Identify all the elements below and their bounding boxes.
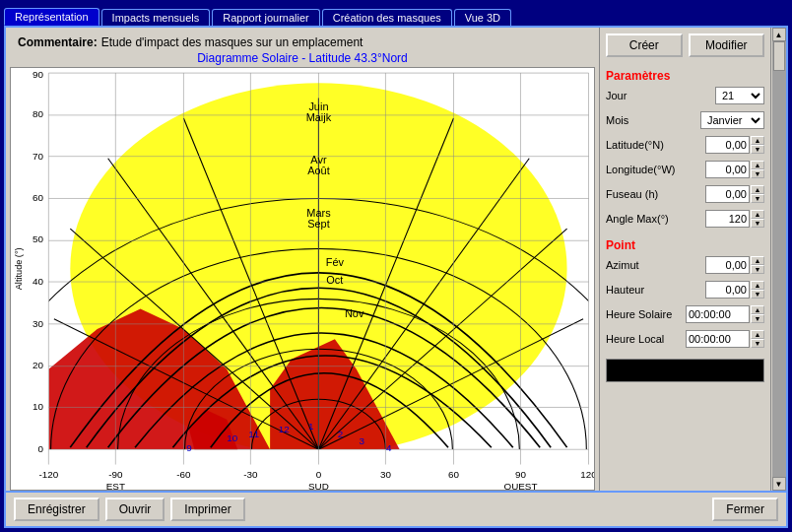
svg-text:2: 2 (338, 429, 343, 439)
svg-text:50: 50 (33, 234, 43, 245)
tab-vue-3d[interactable]: Vue 3D (454, 9, 511, 26)
diagram-area: Commentaire: Etude d'impact des masques … (6, 28, 599, 491)
svg-text:-60: -60 (176, 469, 190, 480)
longitude-up[interactable]: ▲ (751, 161, 764, 169)
latitude-input[interactable] (705, 136, 750, 154)
svg-text:OUEST: OUEST (503, 481, 537, 490)
tab-creation-masques[interactable]: Création des masques (322, 9, 452, 26)
scrollbar: ▲ ▼ (770, 28, 786, 491)
svg-text:0: 0 (37, 444, 42, 455)
hauteur-control: ▲ ▼ (705, 281, 764, 299)
latitude-up[interactable]: ▲ (751, 136, 764, 145)
azimut-down[interactable]: ▼ (751, 265, 764, 274)
svg-text:30: 30 (380, 469, 391, 480)
modifier-button[interactable]: Modifier (689, 33, 765, 57)
azimut-input[interactable] (705, 256, 750, 274)
azimut-label: Azimut (606, 259, 705, 271)
top-section: Commentaire: Etude d'impact des masques … (6, 28, 786, 491)
heure-local-down[interactable]: ▼ (751, 339, 764, 348)
latitude-arrows: ▲ ▼ (751, 136, 764, 154)
tab-rapport-journalier[interactable]: Rapport journalier (212, 9, 319, 26)
heure-solaire-up[interactable]: ▲ (751, 305, 764, 314)
longitude-label: Longitude(°W) (606, 164, 705, 175)
scroll-up-arrow[interactable]: ▲ (772, 28, 786, 41)
hauteur-arrows: ▲ ▼ (751, 281, 764, 299)
heure-local-label: Heure Local (606, 333, 686, 345)
angle-max-input[interactable] (705, 210, 750, 228)
latitude-row: Latitude(°N) ▲ ▼ (606, 136, 764, 154)
solar-diagram-svg: Juin Maijk Avr Août Mars Sept Fév Oct No… (11, 68, 594, 490)
svg-text:40: 40 (33, 276, 43, 287)
creer-button[interactable]: Créer (606, 33, 683, 57)
jour-select[interactable]: 21 (715, 87, 764, 104)
tab-representation[interactable]: Représentation (4, 8, 99, 26)
fuseau-up[interactable]: ▲ (751, 185, 764, 194)
svg-text:Mars: Mars (306, 207, 330, 219)
heure-solaire-label: Heure Solaire (606, 308, 686, 320)
angle-max-label: Angle Max(°) (606, 213, 705, 225)
svg-text:Altitude (°): Altitude (°) (13, 247, 24, 290)
svg-text:10: 10 (33, 402, 43, 413)
diagram-title: Diagramme Solaire - Latitude 43.3°Nord (10, 51, 595, 65)
azimut-arrows: ▲ ▼ (751, 256, 764, 274)
azimut-up[interactable]: ▲ (751, 256, 764, 265)
enregistrer-button[interactable]: Enrégistrer (14, 498, 99, 521)
fuseau-control: ▲ ▼ (705, 185, 764, 203)
heure-local-arrows: ▲ ▼ (751, 330, 764, 348)
longitude-control: ▲ ▼ (705, 161, 764, 178)
scroll-thumb[interactable] (773, 41, 785, 71)
svg-text:12: 12 (279, 424, 290, 434)
angle-max-down[interactable]: ▼ (751, 219, 764, 228)
hauteur-up[interactable]: ▲ (751, 281, 764, 290)
fuseau-down[interactable]: ▼ (751, 194, 764, 203)
heure-local-control: ▲ ▼ (686, 330, 764, 348)
comment-label: Commentaire: (18, 35, 98, 49)
heure-local-input[interactable] (686, 330, 750, 348)
fermer-button[interactable]: Fermer (712, 498, 778, 521)
svg-text:3: 3 (360, 435, 364, 446)
svg-text:1: 1 (308, 421, 313, 432)
svg-text:-90: -90 (108, 469, 122, 480)
tab-impacts-mensuels[interactable]: Impacts mensuels (101, 9, 211, 26)
heure-solaire-down[interactable]: ▼ (751, 314, 764, 323)
heure-solaire-row: Heure Solaire ▲ ▼ (606, 305, 764, 323)
svg-text:10: 10 (227, 432, 237, 443)
svg-text:90: 90 (515, 469, 526, 480)
fuseau-row: Fuseau (h) ▲ ▼ (606, 185, 764, 203)
main-content: Commentaire: Etude d'impact des masques … (4, 26, 788, 528)
svg-text:30: 30 (33, 318, 43, 329)
longitude-input[interactable] (705, 161, 750, 178)
fuseau-arrows: ▲ ▼ (751, 185, 764, 203)
latitude-label: Latitude(°N) (606, 139, 705, 151)
hauteur-label: Hauteur (606, 284, 705, 296)
angle-max-arrows: ▲ ▼ (751, 210, 764, 228)
azimut-row: Azimut ▲ ▼ (606, 256, 764, 274)
mois-select[interactable]: Janvier Février Mars Avril Mai Juin Juil… (700, 111, 764, 129)
svg-text:20: 20 (33, 360, 43, 370)
scroll-track[interactable] (772, 41, 786, 477)
scroll-down-arrow[interactable]: ▼ (772, 477, 786, 491)
svg-text:4: 4 (386, 443, 392, 454)
bottom-toolbar: Enrégistrer Ouvrir Imprimer Fermer (6, 491, 786, 526)
fuseau-input[interactable] (705, 185, 750, 203)
hauteur-input[interactable] (705, 281, 750, 299)
heure-solaire-control: ▲ ▼ (686, 305, 764, 323)
longitude-row: Longitude(°W) ▲ ▼ (606, 161, 764, 178)
azimut-control: ▲ ▼ (705, 256, 764, 274)
angle-max-row: Angle Max(°) ▲ ▼ (606, 210, 764, 228)
latitude-down[interactable]: ▼ (751, 145, 764, 154)
angle-max-up[interactable]: ▲ (751, 210, 764, 219)
heure-solaire-input[interactable] (686, 305, 750, 323)
longitude-down[interactable]: ▼ (751, 169, 764, 178)
jour-control: 21 (715, 87, 764, 104)
diagram-wrapper: Juin Maijk Avr Août Mars Sept Fév Oct No… (10, 67, 595, 491)
latitude-control: ▲ ▼ (705, 136, 764, 154)
svg-text:120: 120 (580, 469, 594, 480)
heure-local-up[interactable]: ▲ (751, 330, 764, 339)
ouvrir-button[interactable]: Ouvrir (105, 498, 165, 521)
parametres-title: Paramètres (606, 69, 764, 83)
imprimer-button[interactable]: Imprimer (170, 498, 244, 521)
tab-bar: Représentation Impacts mensuels Rapport … (0, 0, 792, 26)
mois-row: Mois Janvier Février Mars Avril Mai Juin… (606, 111, 764, 129)
hauteur-down[interactable]: ▼ (751, 290, 764, 299)
